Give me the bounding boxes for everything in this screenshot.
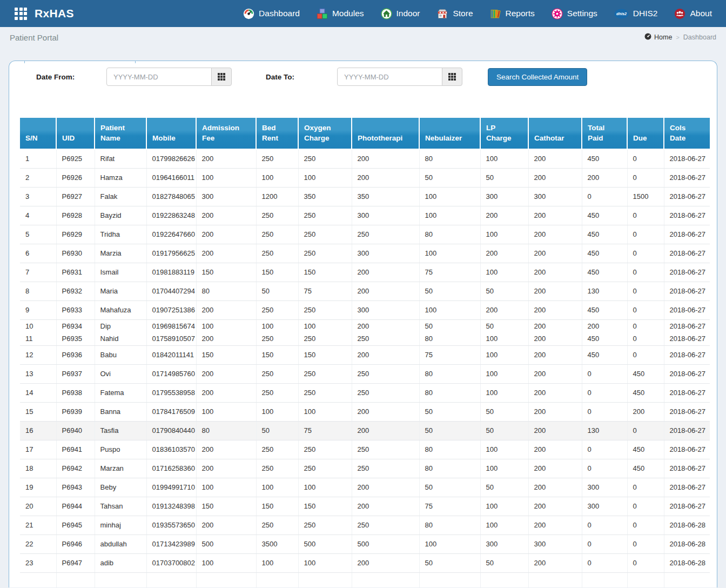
- table-cell: 100: [196, 319, 256, 332]
- table-cell: Marzia: [95, 244, 146, 263]
- table-cell: 100: [480, 263, 528, 282]
- table-cell: 3500: [256, 534, 298, 553]
- nav-item-label: Dashboard: [259, 9, 300, 18]
- table-cell: 50: [256, 421, 298, 440]
- table-cell: 17: [20, 440, 56, 459]
- table-cell: 450: [582, 300, 627, 319]
- table-cell: 0: [582, 553, 627, 572]
- table-cell: 0: [582, 534, 627, 553]
- nav-item-about[interactable]: About: [674, 8, 712, 19]
- table-cell: 2018-06-27: [664, 300, 710, 319]
- table-cell: [95, 572, 146, 587]
- table-cell: 80: [196, 282, 256, 300]
- store-icon: [436, 8, 448, 19]
- table-cell: 2018-06-27: [664, 168, 710, 187]
- column-header-lp-charge: LP Charge: [480, 118, 528, 149]
- table-cell: 1200: [256, 187, 298, 206]
- nav-item-modules[interactable]: Modules: [317, 8, 364, 19]
- date-to-input[interactable]: [337, 68, 442, 86]
- table-cell: 200: [352, 168, 419, 187]
- table-cell: Rifat: [95, 149, 146, 168]
- table-cell: 250: [352, 364, 419, 383]
- table-cell: 200: [528, 345, 582, 364]
- column-header-bed-rent: Bed Rent: [256, 118, 298, 149]
- column-header-cols-date: Cols Date: [664, 118, 710, 149]
- table-cell: 75: [419, 263, 480, 282]
- nav-item-dhis2[interactable]: dhis2DHIS2: [614, 9, 658, 19]
- table-cell: 2018-06-28: [664, 553, 710, 572]
- brand[interactable]: RxHAS: [0, 7, 74, 20]
- table-cell: 100: [196, 478, 256, 497]
- table-cell: 01969815674: [146, 319, 196, 332]
- table-cell: 01922647660: [146, 225, 196, 244]
- table-cell: 250: [352, 332, 419, 345]
- table-cell: 200: [528, 244, 582, 263]
- date-to-calendar-button[interactable]: [442, 68, 462, 86]
- nav-item-reports[interactable]: Reports: [490, 8, 535, 19]
- table-cell: 01917956625: [146, 244, 196, 263]
- table-cell: Ovi: [95, 364, 146, 383]
- table-row: 22P6946abdullah0171342398950035005005001…: [20, 534, 710, 553]
- table-cell: 50: [480, 282, 528, 300]
- table-cell: 200: [528, 440, 582, 459]
- table-cell: 200: [352, 553, 419, 572]
- table-cell: 0: [582, 187, 627, 206]
- table-cell: 250: [298, 300, 352, 319]
- table-cell: 2018-06-27: [664, 332, 710, 345]
- table-cell: 200: [196, 244, 256, 263]
- table-cell: 200: [528, 206, 582, 225]
- table-row: 10P6934Dip019698156741001001002005050200…: [20, 319, 710, 332]
- table-cell: 20: [20, 497, 56, 516]
- table-cell: 300: [196, 187, 256, 206]
- table-row: 18P6942Marzan017162583602002502502508010…: [20, 459, 710, 478]
- table-cell: 200: [352, 345, 419, 364]
- nav-item-indoor[interactable]: Indoor: [381, 8, 420, 19]
- nav-item-dashboard[interactable]: Dashboard: [243, 8, 300, 19]
- page-header: Patient Portal Home > Dashboard: [0, 27, 726, 48]
- table-cell: 0: [627, 244, 664, 263]
- table-cell: 23: [20, 553, 56, 572]
- table-cell: Fatema: [95, 383, 146, 402]
- nav-item-store[interactable]: Store: [436, 8, 473, 19]
- table-cell: 80: [419, 332, 480, 345]
- table-cell: 0: [627, 263, 664, 282]
- table-cell: 1: [20, 149, 56, 168]
- table-cell: 450: [582, 206, 627, 225]
- table-cell: 200: [196, 364, 256, 383]
- table-cell: 200: [528, 282, 582, 300]
- table-cell: Maria: [95, 282, 146, 300]
- table-cell: P6926: [56, 168, 95, 187]
- table-row: 14P6938Fatema017955389582002502502508010…: [20, 383, 710, 402]
- breadcrumb-home-link[interactable]: Home: [644, 33, 672, 42]
- table-cell: 450: [627, 364, 664, 383]
- table-cell: 01964166011: [146, 168, 196, 187]
- table-cell: 80: [419, 364, 480, 383]
- table-cell: 0: [627, 225, 664, 244]
- table-cell: 100: [419, 187, 480, 206]
- table-cell: 100: [419, 206, 480, 225]
- tab-all-collected-admission-fee[interactable]: All Collected Admission Fee: [24, 61, 136, 63]
- dhis2-icon: dhis2: [614, 9, 629, 19]
- table-cell: abdullah: [95, 534, 146, 553]
- table-cell: 250: [298, 383, 352, 402]
- table-row: 17P6941Puspo0183610357020025025025080100…: [20, 440, 710, 459]
- table-cell: 2018-06-27: [664, 187, 710, 206]
- table-cell: P6935: [56, 332, 95, 345]
- table-cell: 250: [256, 364, 298, 383]
- page-title: Patient Portal: [10, 33, 58, 42]
- nav-item-settings[interactable]: Settings: [552, 8, 597, 19]
- table-cell: 500: [196, 534, 256, 553]
- table-cell: 250: [352, 459, 419, 478]
- date-from-input[interactable]: [106, 68, 212, 86]
- table-cell: 50: [419, 319, 480, 332]
- table-cell: 2018-06-27: [664, 263, 710, 282]
- table-cell: 6: [20, 244, 56, 263]
- date-from-group: [106, 68, 232, 86]
- table-cell: 200: [352, 282, 419, 300]
- table-cell: [352, 572, 419, 587]
- column-header-patient-name: Patient Name: [95, 118, 146, 149]
- date-from-calendar-button[interactable]: [211, 68, 232, 86]
- table-cell: 450: [582, 263, 627, 282]
- table-cell: 300: [480, 187, 528, 206]
- search-collected-amount-button[interactable]: Search Collected Amount: [488, 68, 587, 86]
